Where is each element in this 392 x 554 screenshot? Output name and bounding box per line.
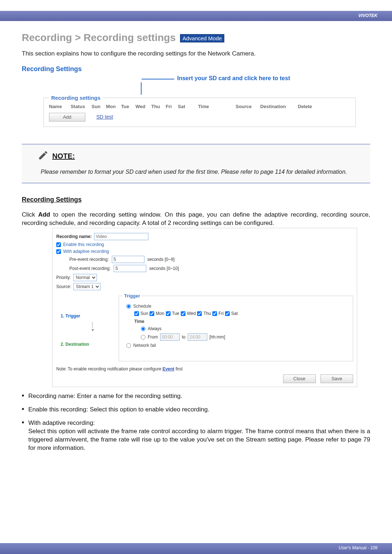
post-event-hint: seconds [0~10] <box>149 266 179 271</box>
recording-table-header: Name Status Sun Mon Tue Wed Thu Fri Sat … <box>49 104 350 109</box>
enable-recording-checkbox[interactable] <box>56 242 61 247</box>
config-note: Note: To enable recording notification p… <box>56 366 353 372</box>
day-tue-checkbox[interactable] <box>166 311 171 316</box>
event-link[interactable]: Event <box>163 366 175 372</box>
col-fri: Fri <box>166 104 176 109</box>
network-fail-radio[interactable] <box>126 343 131 348</box>
recording-settings-legend: Recording settings <box>49 95 103 101</box>
col-sat: Sat <box>178 104 197 109</box>
col-name: Name <box>49 104 69 109</box>
down-arrow-icon: │▾ <box>71 322 114 332</box>
col-mon: Mon <box>106 104 120 109</box>
to-time-input[interactable] <box>188 333 207 341</box>
sd-test-link[interactable]: SD test <box>96 114 113 120</box>
post-event-label: Post-event recording: <box>69 266 111 271</box>
day-mon-checkbox[interactable] <box>150 311 154 316</box>
col-source: Source <box>236 104 259 109</box>
brand-text: VIVOTEK <box>358 13 377 18</box>
trigger-fieldset: Trigger Schedule Sun Mon Tue Wed Thu Fri… <box>119 293 353 361</box>
from-label: From <box>148 335 158 340</box>
pre-event-label: Pre-event recording: <box>69 257 109 262</box>
post-event-input[interactable] <box>114 265 146 272</box>
recording-name-label: Recording name: <box>56 234 92 239</box>
callout: Insert your SD card and click here to te… <box>142 75 370 82</box>
callout-text: Insert your SD card and click here to te… <box>177 75 290 82</box>
step-trigger[interactable]: 1. Trigger <box>61 313 114 319</box>
col-thu: Thu <box>151 104 164 109</box>
from-radio[interactable] <box>141 335 146 340</box>
day-thu-checkbox[interactable] <box>197 311 202 316</box>
col-status: Status <box>71 104 90 109</box>
footer: User's Manual - 109 <box>0 543 392 554</box>
to-label: to <box>182 335 185 340</box>
col-time: Time <box>198 104 234 109</box>
recording-name-input[interactable] <box>94 233 148 240</box>
section-heading: Recording Settings <box>22 65 370 73</box>
footer-text: User's Manual - 109 <box>339 545 377 550</box>
col-destination: Destination <box>260 104 297 109</box>
page-title: Recording > Recording settings Advanced … <box>22 32 370 44</box>
col-wed: Wed <box>135 104 150 109</box>
bullet-recording-name: Recording name: Enter a name for the rec… <box>22 392 370 401</box>
note-title: NOTE: <box>52 152 75 160</box>
day-fri-checkbox[interactable] <box>212 311 217 316</box>
bullet-adaptive-recording: With adaptive recording: Select this opt… <box>22 419 370 452</box>
priority-select[interactable]: Normal <box>73 274 97 281</box>
pre-event-input[interactable] <box>112 256 144 263</box>
days-row: Sun Mon Tue Wed Thu Fri Sat <box>134 311 349 316</box>
recording-form: Recording name: Enable this recording Wi… <box>52 228 357 387</box>
col-tue: Tue <box>121 104 134 109</box>
day-sat-checkbox[interactable] <box>225 311 230 316</box>
network-fail-label: Network fail <box>133 343 156 348</box>
close-button[interactable]: Close <box>283 374 316 383</box>
body-paragraph: Click Add to open the recording setting … <box>22 211 370 227</box>
col-sun: Sun <box>91 104 105 109</box>
step-destination[interactable]: 2. Destination <box>61 342 114 347</box>
source-label: Source: <box>56 284 71 289</box>
adaptive-recording-label: With adaptive recording <box>63 249 109 254</box>
adaptive-recording-checkbox[interactable] <box>56 249 61 254</box>
always-label: Always <box>148 326 162 331</box>
note-block: NOTE: Please remember to format your SD … <box>22 144 370 184</box>
pre-event-hint: seconds [0~9] <box>147 257 175 262</box>
add-button[interactable]: Add <box>49 113 85 122</box>
sub-heading: Recording Settings <box>22 196 370 204</box>
enable-recording-label: Enable this recording <box>63 242 104 247</box>
hhmm-hint: [hh:mm] <box>209 335 225 340</box>
day-sun-checkbox[interactable] <box>134 311 139 316</box>
brand-bar: VIVOTEK <box>0 11 392 21</box>
advanced-mode-badge: Advanced Mode <box>180 34 224 42</box>
time-heading: Time <box>134 319 349 324</box>
day-wed-checkbox[interactable] <box>181 311 185 316</box>
recording-settings-panel: Recording settings Name Status Sun Mon T… <box>44 95 356 127</box>
intro-text: This section explains how to configure t… <box>22 50 370 57</box>
col-delete: Delete <box>298 104 316 109</box>
always-radio[interactable] <box>141 327 146 331</box>
save-button[interactable]: Save <box>320 374 353 383</box>
schedule-radio[interactable] <box>126 304 131 309</box>
schedule-label: Schedule <box>133 304 151 309</box>
pencil-icon <box>38 150 49 162</box>
title-prefix: Recording > Recording settings <box>22 32 176 43</box>
source-select[interactable]: Stream 1 <box>73 283 101 290</box>
note-body: Please remember to format your SD card w… <box>41 168 370 176</box>
from-time-input[interactable] <box>160 333 180 341</box>
bullet-enable-recording: Enable this recording: Select this optio… <box>22 406 370 414</box>
priority-label: Priority: <box>56 275 71 280</box>
trigger-legend: Trigger <box>123 293 142 299</box>
